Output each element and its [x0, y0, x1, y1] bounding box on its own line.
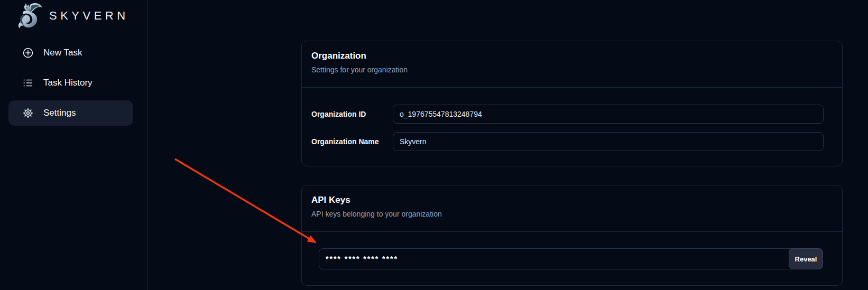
sidebar-item-task-history[interactable]: Task History — [8, 70, 133, 96]
organization-name-label: Organization Name — [311, 137, 393, 146]
organization-card-header: Organization Settings for your organizat… — [302, 41, 842, 88]
organization-id-input[interactable] — [393, 105, 824, 124]
sidebar-item-label: Task History — [43, 78, 93, 88]
dragon-logo-icon — [15, 1, 44, 31]
reveal-button[interactable]: Reveal — [789, 248, 823, 269]
api-key-row: Reveal — [319, 248, 823, 269]
app-logo: SKYVERN — [15, 1, 129, 31]
organization-name-input[interactable] — [393, 132, 824, 151]
sidebar-item-label: Settings — [43, 108, 76, 118]
sidebar-item-new-task[interactable]: New Task — [8, 40, 133, 66]
annotation-arrow-line — [175, 159, 316, 242]
organization-card-subtitle: Settings for your organization — [311, 66, 833, 74]
organization-id-label: Organization ID — [311, 110, 393, 118]
api-keys-card: API Keys API keys belonging to your orga… — [301, 185, 843, 286]
api-keys-card-header: API Keys API keys belonging to your orga… — [302, 185, 842, 232]
organization-form: Organization ID Organization Name — [302, 88, 842, 151]
settings-page: SKYVERN New Task Task History — [0, 0, 868, 290]
organization-name-row: Organization Name — [311, 132, 824, 151]
gear-icon — [22, 107, 34, 119]
api-keys-card-title: API Keys — [311, 194, 833, 206]
api-keys-card-subtitle: API keys belonging to your organization — [311, 210, 833, 219]
list-icon — [22, 77, 34, 89]
api-key-masked-input[interactable] — [319, 248, 823, 269]
sidebar-item-settings[interactable]: Settings — [8, 100, 133, 126]
circle-plus-icon — [22, 47, 34, 59]
sidebar-item-label: New Task — [43, 48, 82, 58]
organization-id-row: Organization ID — [311, 105, 824, 124]
sidebar: SKYVERN New Task Task History — [0, 0, 148, 290]
organization-card-title: Organization — [311, 50, 833, 62]
organization-card: Organization Settings for your organizat… — [301, 41, 843, 166]
brand-wordmark: SKYVERN — [49, 9, 129, 23]
